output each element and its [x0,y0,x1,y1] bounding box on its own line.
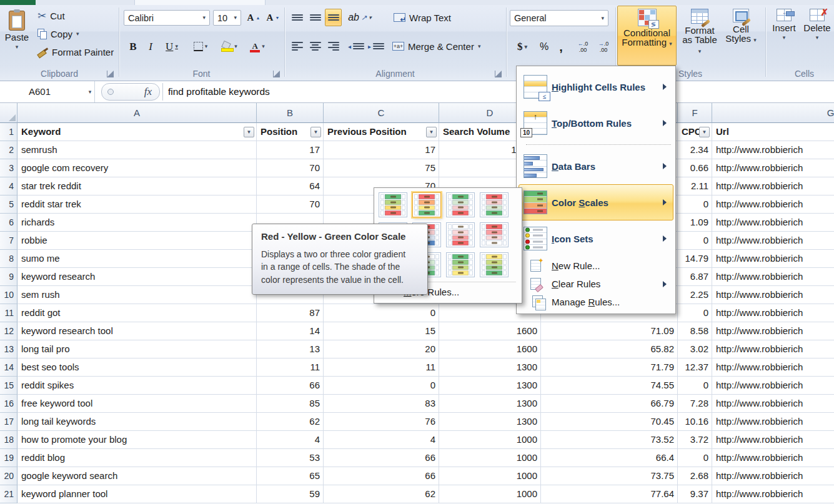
orientation-button[interactable]: ab↗ ▾ [347,9,372,26]
cell-g7[interactable]: http://www.robbierich [712,232,834,250]
cell-g2[interactable]: http://www.robbierich [712,141,834,159]
cell-b13[interactable]: 13 [257,340,324,358]
cell-g5[interactable]: http://www.robbierich [712,195,834,214]
cell-f9[interactable]: 6.87 [678,268,712,286]
cell-e20[interactable]: 73.75 [541,467,678,485]
cell-d14[interactable]: 1300 [439,358,541,377]
insert-cells-button[interactable]: Insert ▾ [770,6,798,66]
cell-b21[interactable]: 59 [257,485,324,503]
merge-center-button[interactable]: +a+ Merge & Center ▾ [391,39,482,54]
cell-a14[interactable]: best seo tools [17,358,257,377]
wrap-text-button[interactable]: Wrap Text [392,10,452,25]
cell-f1[interactable]: CPC▼ [678,123,712,141]
menu-item-icon-sets[interactable]: Icon Sets [519,220,673,257]
cell-b19[interactable]: 53 [257,449,324,467]
name-box-dropdown[interactable]: ▾ [85,81,95,102]
thumb-yellow-green-color-scale[interactable] [480,252,509,277]
cell-e17[interactable]: 70.45 [541,413,678,431]
row-header-2[interactable]: 2 [0,141,17,159]
cell-a8[interactable]: sumo me [17,250,257,268]
underline-button[interactable]: U ▾ [160,37,184,56]
cell-g13[interactable]: http://www.robbierich [712,340,834,358]
cell-f15[interactable]: 0 [678,377,712,395]
font-dialog-launcher-icon[interactable] [273,71,280,77]
menu-item-new-rule[interactable]: ✦New Rule... [519,257,673,275]
bottom-align-button[interactable] [325,9,342,26]
conditional-formatting-button[interactable]: ≶ Conditional Formatting ▾ [617,6,677,66]
cell-a17[interactable]: long tail keywords [17,413,257,431]
cell-a5[interactable]: reddit star trek [17,195,257,214]
clipboard-dialog-launcher-icon[interactable] [107,71,114,77]
decrease-decimal-button[interactable]: →.0 .00 [594,38,613,56]
home-tab-sliver[interactable] [134,0,266,5]
row-header-9[interactable]: 9 [0,268,17,286]
row-header-13[interactable]: 13 [0,340,17,358]
cell-g16[interactable]: http://www.robbierich [712,395,834,413]
cell-d21[interactable]: 1000 [439,485,541,503]
copy-button[interactable]: Copy ▾ [36,26,81,41]
cell-g18[interactable]: http://www.robbierich [712,431,834,449]
borders-button[interactable]: ▾ [189,37,212,56]
font-name-combo[interactable]: Calibri ▾ [124,10,210,26]
cut-button[interactable]: ✂ Cut [36,8,66,23]
cell-f18[interactable]: 3.72 [678,431,712,449]
cell-f13[interactable]: 3.02 [678,340,712,358]
cell-c11[interactable]: 0 [324,304,439,322]
row-header-17[interactable]: 17 [0,413,17,431]
thumb-green-yellow-color-scale[interactable] [446,252,475,277]
cell-g4[interactable]: http://www.robbierich [712,177,834,195]
cell-d17[interactable]: 1300 [439,413,541,431]
cell-a1[interactable]: Keyword▼ [17,123,257,141]
cell-a10[interactable]: sem rush [17,286,257,304]
cell-f2[interactable]: 2.34 [678,141,712,159]
alignment-dialog-launcher-icon[interactable] [495,71,502,77]
cell-b3[interactable]: 70 [257,159,324,177]
cell-g9[interactable]: http://www.robbierich [712,268,834,286]
cell-e19[interactable]: 66.4 [541,449,678,467]
row-header-12[interactable]: 12 [0,322,17,340]
cell-c21[interactable]: 62 [324,485,439,503]
cell-g8[interactable]: http://www.robbierich [712,250,834,268]
cell-e16[interactable]: 66.79 [541,395,678,413]
cell-b4[interactable]: 64 [257,177,324,195]
thumb-white-red-color-scale[interactable] [446,222,475,247]
cell-c3[interactable]: 75 [324,159,439,177]
cell-b18[interactable]: 4 [257,431,324,449]
cell-a15[interactable]: reddit spikes [17,377,257,395]
bold-button[interactable]: B [125,37,141,56]
cell-g19[interactable]: http://www.robbierich [712,449,834,467]
filter-button[interactable]: ▼ [426,127,437,137]
row-header-15[interactable]: 15 [0,377,17,395]
cell-f3[interactable]: 0.66 [678,159,712,177]
cell-g10[interactable]: http://www.robbierich [712,286,834,304]
cell-b11[interactable]: 87 [257,304,324,322]
insert-function-icon[interactable]: fx [144,86,152,98]
thumb-green-white-red-color-scale[interactable] [446,192,475,217]
cell-c14[interactable]: 11 [324,358,439,377]
cell-f20[interactable]: 2.68 [678,467,712,485]
currency-format-button[interactable]: $ ▾ [511,37,534,56]
cell-f14[interactable]: 12.37 [678,358,712,377]
row-header-21[interactable]: 21 [0,485,17,503]
cell-f8[interactable]: 14.79 [678,250,712,268]
cell-a11[interactable]: reddit got [17,304,257,322]
cell-c13[interactable]: 20 [324,340,439,358]
increase-decimal-button[interactable]: ←.0 .00 [573,38,592,56]
cell-d18[interactable]: 1000 [439,431,541,449]
cell-e18[interactable]: 73.52 [541,431,678,449]
cell-a3[interactable]: google com recovery [17,159,257,177]
cell-a21[interactable]: keyword planner tool [17,485,257,503]
align-center-button[interactable] [307,37,324,55]
cell-f4[interactable]: 2.11 [678,177,712,195]
cell-e21[interactable]: 77.64 [541,485,678,503]
row-header-14[interactable]: 14 [0,358,17,377]
increase-indent-button[interactable]: ▸ [367,37,385,55]
cell-c16[interactable]: 83 [324,395,439,413]
italic-button[interactable]: I [143,37,158,56]
column-header-g[interactable]: G [712,103,834,123]
delete-cells-button[interactable]: Delete ▾ [802,6,832,66]
cell-e15[interactable]: 74.55 [541,377,678,395]
cell-g12[interactable]: http://www.robbierich [712,322,834,340]
cell-f16[interactable]: 7.28 [678,395,712,413]
cell-f21[interactable]: 9.37 [678,485,712,503]
